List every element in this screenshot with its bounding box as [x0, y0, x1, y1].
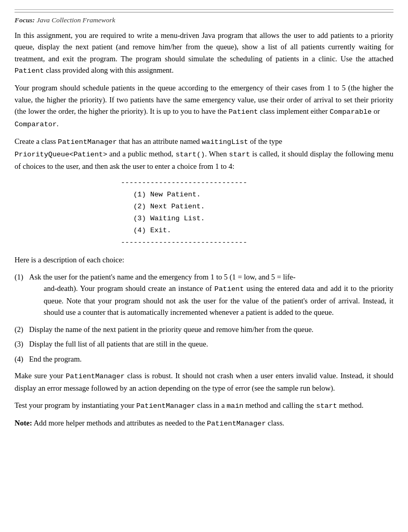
test-code1: PatientManager: [136, 402, 195, 410]
menu-box: ------------------------------ (1) New P…: [121, 177, 287, 249]
choice-3-content: Display the full list of all patients th…: [29, 338, 393, 350]
p1-end: class provided along with this assignmen…: [44, 66, 174, 74]
test-mid2: method and calling the: [243, 401, 316, 409]
choice-2-content: Display the name of the next patient in …: [29, 324, 393, 335]
choice-1-indent: and-death). Your program should create a…: [29, 283, 393, 318]
menu-item-2: (2) Next Patient.: [121, 201, 287, 213]
test-code3: start: [316, 402, 337, 410]
note-text: Add more helper methods and attributes a…: [32, 419, 207, 427]
p3-code5: start: [229, 151, 251, 158]
focus-label: Focus: Java Collection Framework: [15, 16, 115, 24]
paragraph-note: Note: Add more helper methods and attrib…: [15, 417, 393, 430]
p2-code2: Comparable: [330, 108, 372, 116]
menu-item-1: (1) New Patient.: [121, 189, 287, 201]
p3-code4: start(): [176, 151, 205, 158]
note-code: PatientManager: [207, 420, 266, 428]
paragraph-robust: Make sure your PatientManager class is r…: [15, 370, 393, 394]
choice-1: (1) Ask the user for the patient's name …: [15, 271, 393, 321]
test-mid1: class in a: [195, 401, 227, 409]
p2-mid: class implement either: [258, 107, 330, 115]
robust-start: Make sure your: [15, 371, 65, 380]
p3-mid4: . When: [205, 150, 229, 158]
description-header: Here is a description of each choice:: [15, 254, 393, 265]
note-end: class.: [266, 419, 284, 427]
choice-1-num: (1): [15, 271, 29, 321]
test-start: Test your program by instantiating your: [15, 401, 136, 409]
p2-code3: Comparator: [15, 121, 57, 128]
robust-code: PatientManager: [65, 373, 124, 380]
menu-dash-bottom: ------------------------------: [121, 237, 287, 249]
choice-3: (3) Display the full list of all patient…: [15, 338, 393, 350]
p2-mid2: or: [372, 107, 380, 115]
p3-code1: PatientManager: [58, 138, 116, 146]
p1-code: Patient: [15, 67, 44, 75]
p3-mid1: that has an attribute named: [117, 137, 202, 145]
p2-code1: Patient: [229, 108, 258, 116]
paragraph-test: Test your program by instantiating your …: [15, 400, 393, 412]
p3-mid2: of the type: [248, 137, 282, 145]
choice-2-num: (2): [15, 324, 29, 335]
menu-item-3: (3) Waiting List.: [121, 213, 287, 225]
choice-4: (4) End the program.: [15, 353, 393, 365]
choice-3-num: (3): [15, 338, 29, 350]
menu-item-4: (4) Exit.: [121, 225, 287, 237]
p1-text: In this assignment, you are required to …: [15, 31, 393, 63]
paragraph-3: Create a class PatientManager that has a…: [15, 136, 393, 172]
p3-mid3: and a public method,: [107, 150, 175, 158]
choice-4-content: End the program.: [29, 353, 393, 365]
focus-line: Focus: Java Collection Framework: [15, 12, 393, 24]
test-code2: main: [227, 402, 243, 410]
menu-dash-top: ------------------------------: [121, 177, 287, 189]
p3-code2: waitingList: [202, 138, 248, 146]
choice-1-content: Ask the user for the patient's name and …: [29, 271, 393, 321]
choices-list: (1) Ask the user for the patient's name …: [15, 271, 393, 365]
focus-title: Java Collection Framework: [36, 16, 115, 24]
test-end: method.: [337, 401, 364, 409]
choice-1-code: Patient: [215, 285, 244, 293]
paragraph-1: In this assignment, you are required to …: [15, 30, 393, 77]
top-border: [15, 9, 393, 10]
paragraph-2: Your program should schedule patients in…: [15, 82, 393, 130]
p3-code3: PriorityQueue<Patient>: [15, 151, 107, 158]
note-label: Note:: [15, 419, 32, 427]
focus-prefix: Focus:: [15, 16, 35, 24]
p3-text1: Create a class: [15, 137, 58, 145]
p2-end: .: [57, 119, 59, 128]
choice-4-num: (4): [15, 353, 29, 365]
choice-2: (2) Display the name of the next patient…: [15, 324, 393, 335]
